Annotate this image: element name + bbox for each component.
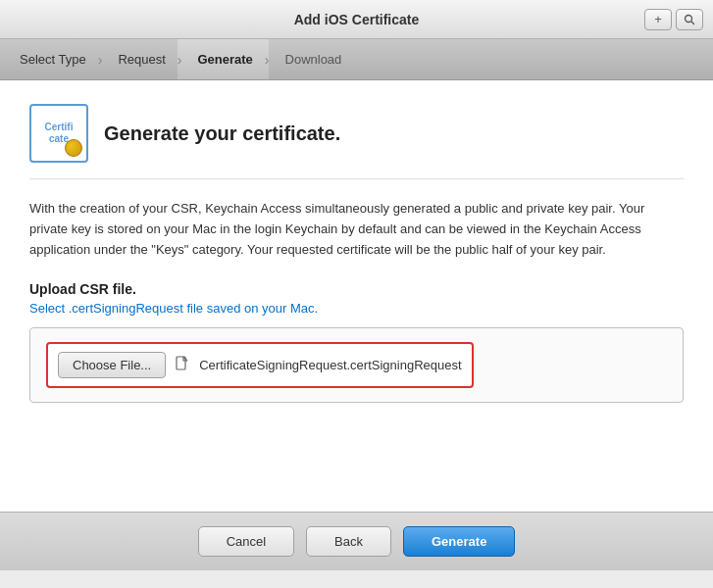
breadcrumb-arrow-3: ›: [265, 52, 270, 68]
breadcrumb-download[interactable]: Download: [266, 39, 358, 79]
header-section: Certificate Generate your certificate.: [29, 104, 684, 179]
file-upload-box: Choose File... CertificateSigningRequest…: [29, 327, 684, 403]
body-text: With the creation of your CSR, Keychain …: [29, 199, 684, 260]
certificate-badge: [65, 139, 82, 157]
add-button[interactable]: +: [644, 9, 672, 30]
footer: Cancel Back Generate: [0, 512, 713, 570]
breadcrumb-arrow-1: ›: [98, 52, 103, 68]
search-button[interactable]: [676, 9, 703, 30]
choose-file-button[interactable]: Choose File...: [58, 352, 166, 378]
file-name: CertificateSigningRequest.certSigningReq…: [199, 358, 461, 372]
cancel-button[interactable]: Cancel: [198, 526, 294, 557]
page-title: Generate your certificate.: [104, 122, 340, 145]
title-bar: Add iOS Certificate +: [0, 0, 713, 39]
back-button[interactable]: Back: [306, 526, 391, 557]
breadcrumb-nav: Select Type › Request › Generate › Downl…: [0, 39, 713, 80]
window-title: Add iOS Certificate: [294, 12, 420, 27]
upload-label: Upload CSR file.: [29, 281, 684, 297]
upload-sublabel-highlight: .certSigningRequest: [69, 301, 183, 316]
breadcrumb-generate[interactable]: Generate: [178, 39, 268, 79]
file-icon: [176, 356, 189, 374]
certificate-icon: Certificate: [29, 104, 88, 163]
generate-button[interactable]: Generate: [403, 526, 515, 557]
file-upload-inner: Choose File... CertificateSigningRequest…: [46, 342, 474, 388]
upload-sublabel-prefix: Select: [29, 301, 69, 316]
breadcrumb-request[interactable]: Request: [98, 39, 180, 79]
main-content: Certificate Generate your certificate. W…: [0, 80, 713, 512]
title-bar-buttons: +: [644, 9, 703, 30]
upload-sublabel-suffix: file saved on your Mac.: [183, 301, 318, 316]
svg-rect-2: [177, 357, 185, 369]
upload-sublabel: Select .certSigningRequest file saved on…: [29, 301, 684, 316]
svg-line-1: [691, 21, 694, 24]
breadcrumb-arrow-2: ›: [178, 52, 182, 68]
upload-section: Upload CSR file. Select .certSigningRequ…: [29, 281, 684, 403]
breadcrumb-select-type[interactable]: Select Type: [0, 39, 102, 79]
